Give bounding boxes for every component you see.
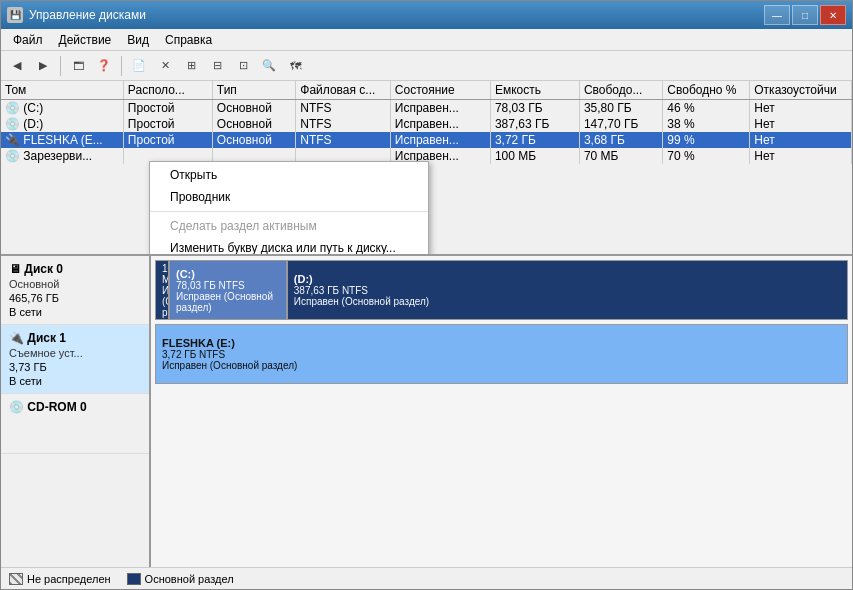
disk-list: 🖥 Диск 0 Основной 465,76 ГБ В сети 🔌 Дис… <box>1 256 151 567</box>
table-cell: 387,63 ГБ <box>490 116 579 132</box>
legend-primary-label: Основной раздел <box>145 573 234 585</box>
table-cell: 100 МБ <box>490 148 579 164</box>
toolbar-sep-1 <box>60 56 61 76</box>
context-menu-item[interactable]: Изменить букву диска или путь к диску... <box>150 237 428 256</box>
main-area: Том Располо... Тип Файловая с... Состоян… <box>1 81 852 589</box>
menu-file[interactable]: Файл <box>5 31 51 49</box>
legend-unalloc-label: Не распределен <box>27 573 111 585</box>
disk-list-item[interactable]: 💿 CD-ROM 0 <box>1 394 149 454</box>
col-header-sv[interactable]: Свободо... <box>579 81 662 100</box>
disk-table-container: Том Располо... Тип Файловая с... Состоян… <box>1 81 852 256</box>
close-button[interactable]: ✕ <box>820 5 846 25</box>
table-cell: Простой <box>123 132 212 148</box>
seg-title: FLESHKA (Е:) <box>162 337 841 349</box>
disk-bar-container: FLESHKA (Е:) 3,72 ГБ NTFS Исправен (Осно… <box>155 324 848 384</box>
table-cell: 147,70 ГБ <box>579 116 662 132</box>
refresh-button[interactable]: ⊟ <box>205 54 229 78</box>
properties-button[interactable]: ⊞ <box>179 54 203 78</box>
disk-segment[interactable]: FLESHKA (Е:) 3,72 ГБ NTFS Исправен (Осно… <box>155 324 848 384</box>
disk-size: 3,73 ГБ <box>9 361 141 373</box>
disk-table: Том Располо... Тип Файловая с... Состоян… <box>1 81 852 164</box>
titlebar-buttons: — □ ✕ <box>764 5 846 25</box>
explore-button[interactable]: 🔍 <box>257 54 281 78</box>
table-cell: 70 МБ <box>579 148 662 164</box>
table-cell: 70 % <box>663 148 750 164</box>
forward-button[interactable]: ▶ <box>31 54 55 78</box>
table-cell: Нет <box>750 116 852 132</box>
table-row[interactable]: 💿 (C:)ПростойОсновнойNTFSИсправен...78,0… <box>1 100 852 117</box>
disk-list-item[interactable]: 🖥 Диск 0 Основной 465,76 ГБ В сети <box>1 256 149 325</box>
table-cell: 💿 (D:) <box>1 116 123 132</box>
col-header-svp[interactable]: Свободно % <box>663 81 750 100</box>
legend-primary: Основной раздел <box>127 573 234 585</box>
seg-info2: Исправен (Основной раздел) <box>176 291 280 313</box>
table-cell: Нет <box>750 148 852 164</box>
disk-graphic-row: 100 МБ Исправен (Основной раздел) (C:) 7… <box>155 260 848 320</box>
main-window: 💾 Управление дисками — □ ✕ Файл Действие… <box>0 0 853 590</box>
disk-name: 💿 CD-ROM 0 <box>9 400 141 414</box>
disk-segment[interactable]: 100 МБ Исправен (Основной раздел) <box>155 260 169 320</box>
context-menu-item[interactable]: Открыть <box>150 164 428 186</box>
table-cell: NTFS <box>296 100 391 117</box>
table-row[interactable]: 💿 (D:)ПростойОсновнойNTFSИсправен...387,… <box>1 116 852 132</box>
table-cell: Простой <box>123 116 212 132</box>
table-cell: 99 % <box>663 132 750 148</box>
seg-info2: Исправен (Основной раздел) <box>162 360 841 371</box>
table-row[interactable]: 🔌 FLESHKA (Е...ПростойОсновнойNTFSИсправ… <box>1 132 852 148</box>
col-header-fs[interactable]: Файловая с... <box>296 81 391 100</box>
table-cell: Простой <box>123 100 212 117</box>
menu-view[interactable]: Вид <box>119 31 157 49</box>
up-button[interactable]: 🗔 <box>66 54 90 78</box>
legend-bar: Не распределен Основной раздел <box>1 567 852 589</box>
col-header-fail[interactable]: Отказоустойчи <box>750 81 852 100</box>
disk-type: Съемное уст... <box>9 347 141 359</box>
menu-action[interactable]: Действие <box>51 31 120 49</box>
table-cell: 35,80 ГБ <box>579 100 662 117</box>
table-cell: 💿 (C:) <box>1 100 123 117</box>
maximize-button[interactable]: □ <box>792 5 818 25</box>
minimize-button[interactable]: — <box>764 5 790 25</box>
col-header-rasp[interactable]: Располо... <box>123 81 212 100</box>
disk-graphic-row: FLESHKA (Е:) 3,72 ГБ NTFS Исправен (Осно… <box>155 324 848 384</box>
disk-status: В сети <box>9 306 141 318</box>
table-cell: Основной <box>212 132 295 148</box>
disk-size: 465,76 ГБ <box>9 292 141 304</box>
col-header-tom[interactable]: Том <box>1 81 123 100</box>
back-button[interactable]: ◀ <box>5 54 29 78</box>
seg-info1: 78,03 ГБ NTFS <box>176 280 280 291</box>
app-icon: 💾 <box>7 7 23 23</box>
disk-list-item[interactable]: 🔌 Диск 1 Съемное уст... 3,73 ГБ В сети <box>1 325 149 394</box>
table-cell: Нет <box>750 132 852 148</box>
table-cell: 38 % <box>663 116 750 132</box>
context-menu-item[interactable]: Проводник <box>150 186 428 208</box>
disk-segment[interactable]: (C:) 78,03 ГБ NTFS Исправен (Основной ра… <box>169 260 287 320</box>
disk-segment[interactable]: (D:) 387,63 ГБ NTFS Исправен (Основной р… <box>287 260 848 320</box>
new-button[interactable]: 📄 <box>127 54 151 78</box>
window-title: Управление дисками <box>29 8 758 22</box>
toolbar-sep-2 <box>121 56 122 76</box>
table-cell: 🔌 FLESHKA (Е... <box>1 132 123 148</box>
col-header-em[interactable]: Емкость <box>490 81 579 100</box>
lower-panel: 🖥 Диск 0 Основной 465,76 ГБ В сети 🔌 Дис… <box>1 256 852 567</box>
help2-button[interactable]: ⊡ <box>231 54 255 78</box>
disk-name: 🔌 Диск 1 <box>9 331 141 345</box>
map-button[interactable]: 🗺 <box>283 54 307 78</box>
seg-title: (C:) <box>176 268 280 280</box>
delete-button[interactable]: ✕ <box>153 54 177 78</box>
col-header-tip[interactable]: Тип <box>212 81 295 100</box>
legend-unalloc: Не распределен <box>9 573 111 585</box>
table-cell: Нет <box>750 100 852 117</box>
seg-title: (D:) <box>294 273 841 285</box>
help-button[interactable]: ❓ <box>92 54 116 78</box>
table-cell: 3,72 ГБ <box>490 132 579 148</box>
seg-info2: Исправен (Основной раздел) <box>294 296 841 307</box>
legend-unalloc-box <box>9 573 23 585</box>
seg-info1: 3,72 ГБ NTFS <box>162 349 841 360</box>
table-cell: 💿 Зарезерви... <box>1 148 123 164</box>
context-menu-separator <box>150 211 428 212</box>
legend-primary-box <box>127 573 141 585</box>
col-header-state[interactable]: Состояние <box>390 81 490 100</box>
menu-help[interactable]: Справка <box>157 31 220 49</box>
table-cell: NTFS <box>296 132 391 148</box>
toolbar: ◀ ▶ 🗔 ❓ 📄 ✕ ⊞ ⊟ ⊡ 🔍 🗺 <box>1 51 852 81</box>
